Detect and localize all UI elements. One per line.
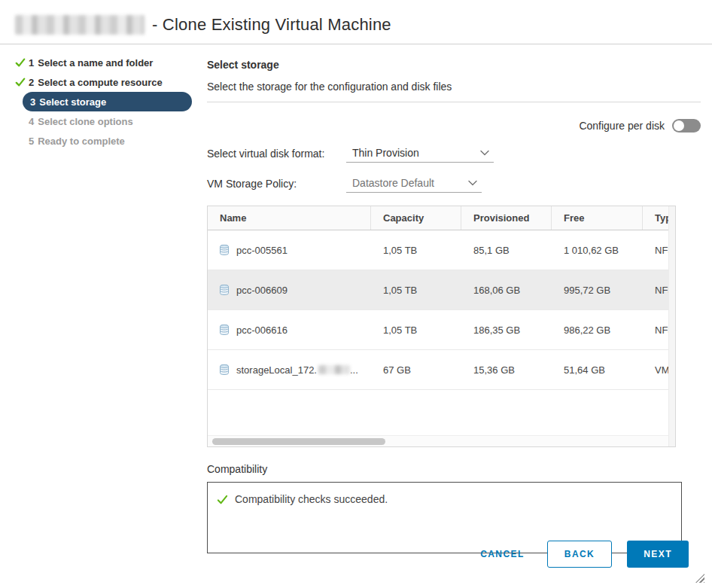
datastore-capacity: 67 GB [371, 350, 461, 389]
datastore-icon [218, 324, 230, 336]
page-subtitle: Select the storage for the configuration… [207, 81, 701, 93]
disk-format-value: Thin Provision [352, 147, 419, 159]
table-row-selected[interactable]: pcc-006609 1,05 TB 168,06 GB 995,72 GB N… [208, 270, 668, 310]
check-icon [217, 494, 228, 505]
column-header-capacity[interactable]: Capacity [371, 206, 461, 230]
dialog-title-text: - Clone Existing Virtual Machine [152, 15, 391, 35]
datastore-name: pcc-006616 [236, 324, 288, 336]
main-panel: Select storage Select the storage for th… [207, 53, 701, 553]
configure-per-disk-row: Configure per disk [207, 118, 701, 133]
toggle-knob [674, 120, 684, 131]
table-row[interactable]: pcc-005561 1,05 TB 85,1 GB 1 010,62 GB N… [208, 230, 668, 270]
redacted-vm-name [15, 15, 145, 35]
datastore-table: Name Capacity Provisioned Free Type pcc-… [207, 206, 676, 447]
content-divider [207, 102, 701, 102]
chevron-down-icon [468, 180, 477, 186]
configure-per-disk-label: Configure per disk [579, 120, 665, 132]
storage-policy-select[interactable]: Datastore Default [346, 175, 482, 193]
datastore-provisioned: 15,36 GB [461, 350, 552, 389]
step-select-clone-options: 4 Select clone options [15, 111, 199, 131]
disk-format-select[interactable]: Thin Provision [346, 145, 494, 163]
step-label: Select clone options [38, 116, 132, 127]
storage-policy-value: Datastore Default [352, 177, 434, 189]
step-number: 2 [29, 77, 34, 88]
datastore-name: storageLocal_172. [236, 364, 317, 376]
configure-per-disk-toggle[interactable] [672, 119, 701, 133]
datastore-provisioned: 186,35 GB [461, 310, 552, 349]
check-icon [15, 57, 29, 68]
title-divider [0, 44, 712, 44]
vertical-scrollbar[interactable] [668, 206, 675, 446]
horizontal-scrollbar-thumb[interactable] [212, 438, 385, 445]
redacted-ip-segment [318, 365, 350, 374]
datastore-provisioned: 168,06 GB [461, 270, 552, 309]
datastore-capacity: 1,05 TB [371, 310, 461, 349]
compatibility-message-row: Compatibility checks succeeded. [217, 493, 672, 505]
step-number: 1 [29, 57, 34, 69]
step-label: Select a name and folder [38, 57, 153, 69]
step-select-storage[interactable]: 3 Select storage [23, 92, 192, 111]
table-row[interactable]: storageLocal_172. ... 67 GB 15,36 GB 51,… [208, 350, 668, 390]
storage-policy-label: VM Storage Policy: [207, 178, 346, 190]
datastore-capacity: 1,05 TB [371, 230, 461, 270]
column-header-free[interactable]: Free [552, 206, 643, 230]
footer-actions: CANCEL BACK NEXT [471, 541, 689, 568]
step-select-name-folder[interactable]: 1 Select a name and folder [15, 53, 199, 72]
step-select-compute-resource[interactable]: 2 Select a compute resource [15, 72, 199, 92]
compatibility-label: Compatibility [207, 463, 701, 475]
datastore-type: NFS [643, 270, 668, 309]
datastore-free: 51,64 GB [552, 350, 643, 389]
datastore-provisioned: 85,1 GB [461, 230, 552, 270]
datastore-table-viewport: Name Capacity Provisioned Free Type pcc-… [208, 206, 668, 446]
check-icon [15, 77, 29, 87]
datastore-icon [218, 364, 230, 376]
step-label: Select storage [39, 96, 106, 108]
datastore-type: NFS [643, 230, 668, 270]
resize-handle-icon[interactable] [695, 574, 704, 583]
datastore-free: 995,72 GB [552, 270, 643, 309]
back-button[interactable]: BACK [547, 541, 612, 568]
table-row[interactable]: pcc-006616 1,05 TB 186,35 GB 986,22 GB N… [208, 310, 668, 350]
datastore-name: pcc-005561 [236, 245, 288, 256]
wizard-steps: 1 Select a name and folder 2 Select a co… [15, 53, 199, 151]
next-button[interactable]: NEXT [627, 541, 689, 568]
disk-format-field: Select virtual disk format: Thin Provisi… [207, 144, 701, 163]
step-number: 5 [29, 136, 34, 147]
datastore-type: NFS [643, 310, 668, 349]
column-header-type[interactable]: Type [643, 206, 668, 230]
datastore-icon [218, 244, 230, 256]
compatibility-message: Compatibility checks succeeded. [235, 493, 388, 505]
dialog-title: - Clone Existing Virtual Machine [15, 15, 697, 35]
step-label: Select a compute resource [38, 77, 162, 88]
datastore-free: 986,22 GB [552, 310, 643, 349]
datastore-name-truncation: ... [350, 364, 358, 376]
datastore-free: 1 010,62 GB [552, 230, 643, 270]
datastore-type: VMFS [643, 350, 668, 389]
step-number: 4 [29, 116, 34, 127]
disk-format-label: Select virtual disk format: [207, 148, 346, 160]
datastore-name: pcc-006609 [236, 285, 288, 296]
page-title: Select storage [207, 59, 701, 71]
step-number: 3 [30, 96, 35, 108]
chevron-down-icon [480, 150, 489, 156]
datastore-icon [218, 284, 230, 296]
step-ready-to-complete: 5 Ready to complete [15, 131, 199, 151]
column-header-provisioned[interactable]: Provisioned [461, 206, 552, 230]
step-label: Ready to complete [38, 136, 125, 147]
horizontal-scrollbar[interactable] [208, 435, 668, 446]
table-header-row: Name Capacity Provisioned Free Type [208, 206, 668, 230]
cancel-button[interactable]: CANCEL [471, 541, 534, 567]
storage-policy-field: VM Storage Policy: Datastore Default [207, 174, 701, 193]
column-header-name[interactable]: Name [208, 206, 371, 230]
datastore-capacity: 1,05 TB [371, 270, 461, 309]
